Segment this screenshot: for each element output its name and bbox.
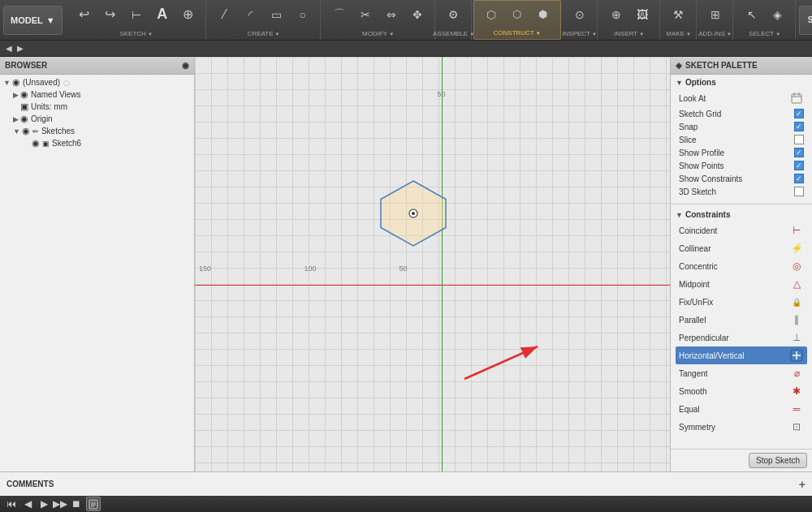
stop-sketch-button[interactable]: STOP SKETCH: [799, 6, 812, 35]
select-group: SELECT▼: [735, 0, 796, 40]
photo-button[interactable]: [630, 4, 654, 25]
tree-icon-sketch6b: ▣: [42, 140, 50, 148]
redo-button[interactable]: [98, 4, 123, 25]
browser-header: BROWSER ◉: [0, 57, 194, 75]
inspect-button[interactable]: [568, 4, 592, 25]
tree-item-unsaved[interactable]: ▼ ◉ (Unsaved) ◌: [0, 76, 194, 88]
palette-midpoint[interactable]: Midpoint: [676, 275, 807, 293]
options-title: ▼ Options: [676, 78, 807, 87]
tree-item-units[interactable]: ▶ ▣ Units: mm: [0, 101, 194, 113]
fix-unfix-icon: [789, 295, 804, 309]
tree-arrow-unsaved[interactable]: ▼: [3, 79, 11, 87]
move-button[interactable]: [405, 4, 430, 25]
canvas-area[interactable]: 150 100 50 50: [195, 57, 670, 471]
palette-tangent[interactable]: Tangent: [676, 364, 807, 382]
palette-equal[interactable]: Equal: [676, 400, 807, 418]
horiz-vert-label: Horizontal/Vertical: [679, 351, 745, 360]
move-icon: [412, 7, 422, 22]
concentric-icon: [789, 259, 804, 273]
3d-sketch-checkbox[interactable]: [794, 187, 804, 196]
palette-smooth[interactable]: Smooth: [676, 382, 807, 400]
text-button[interactable]: [150, 4, 175, 25]
line-button[interactable]: [213, 4, 237, 25]
construct-button[interactable]: [479, 4, 503, 25]
construct-btn2[interactable]: ⬡: [505, 4, 529, 25]
fillet-icon: [334, 6, 345, 22]
coincident-icon: [789, 223, 804, 238]
tree-arrow-named-views[interactable]: ▶: [13, 91, 19, 99]
undo-icon: [79, 6, 89, 22]
orbit-button[interactable]: [176, 4, 201, 25]
show-profile-label: Show Profile: [679, 148, 724, 157]
smooth-icon: [789, 384, 804, 398]
mirror-button[interactable]: [379, 4, 404, 25]
rect-button[interactable]: [265, 4, 289, 25]
trim-button[interactable]: [353, 4, 378, 25]
nav-last-button[interactable]: ⏹: [70, 497, 83, 510]
assemble-button[interactable]: [442, 4, 466, 25]
palette-show-constraints[interactable]: Show Constraints: [676, 172, 807, 185]
palette-perpendicular[interactable]: Perpendicular: [676, 329, 807, 346]
show-profile-checkbox[interactable]: [794, 148, 804, 157]
tree-item-origin[interactable]: ▶ ◉ Origin: [0, 113, 194, 125]
nav-next-button[interactable]: ▶▶: [54, 497, 67, 510]
constraints-arrow[interactable]: ▼: [676, 211, 683, 219]
tree-item-named-views[interactable]: ▶ ◉ Named Views: [0, 88, 194, 101]
comments-icon[interactable]: +: [799, 478, 806, 491]
back-button[interactable]: ◀: [3, 44, 15, 53]
nav-prev-button[interactable]: ◀: [21, 497, 34, 510]
arc-icon: [248, 7, 253, 22]
snap-checkbox[interactable]: [794, 122, 804, 131]
sketch-group: ⊢ SKETCH▼: [67, 0, 206, 40]
browser-toggle[interactable]: ◉: [182, 61, 189, 70]
palette-3d-sketch[interactable]: 3D Sketch: [676, 185, 807, 198]
tree-icon-sketches2: ✏: [32, 127, 39, 136]
status-clipboard-icon[interactable]: [86, 497, 101, 511]
palette-show-points[interactable]: Show Points: [676, 159, 807, 172]
palette-coincident[interactable]: Coincident: [676, 222, 807, 239]
resize-button[interactable]: ⊢: [124, 4, 149, 25]
palette-sketch-grid[interactable]: Sketch Grid: [676, 107, 807, 120]
nav-play-button[interactable]: ▶: [37, 497, 50, 510]
nav-first-button[interactable]: ⏮: [5, 497, 18, 510]
sketch-palette-icon: ◈: [676, 61, 682, 70]
palette-look-at[interactable]: Look At: [676, 89, 807, 107]
sketch-grid-checkbox[interactable]: [794, 109, 804, 118]
insert-button[interactable]: [604, 4, 628, 25]
tree-item-sketch6[interactable]: ▶ ◉ ▣ Sketch6: [0, 137, 194, 149]
render-button[interactable]: [766, 4, 790, 25]
svg-rect-13: [91, 499, 96, 501]
make-button[interactable]: [667, 4, 691, 25]
circle-button[interactable]: [291, 4, 315, 25]
palette-symmetry[interactable]: Symmetry: [676, 418, 807, 436]
tree-arrow-origin[interactable]: ▶: [13, 115, 19, 123]
tree-label-unsaved: (Unsaved): [23, 78, 60, 87]
arc-button[interactable]: [239, 4, 263, 25]
show-constraints-checkbox[interactable]: [794, 174, 804, 183]
fillet-button[interactable]: [327, 4, 352, 25]
construct-icon: [486, 7, 496, 22]
addins-button[interactable]: [703, 4, 728, 25]
palette-collinear[interactable]: Collinear: [676, 239, 807, 257]
options-section: ▼ Options Look At: [671, 75, 812, 201]
stop-sketch-palette-button[interactable]: Stop Sketch: [749, 453, 807, 468]
tree-arrow-sketches[interactable]: ▼: [13, 127, 20, 136]
palette-show-profile[interactable]: Show Profile: [676, 146, 807, 159]
palette-concentric[interactable]: Concentric: [676, 257, 807, 275]
forward-button[interactable]: ▶: [15, 44, 26, 53]
undo-button[interactable]: [72, 4, 97, 25]
palette-parallel[interactable]: Parallel: [676, 311, 807, 329]
palette-horizontal-vertical[interactable]: Horizontal/Vertical: [676, 346, 807, 364]
palette-snap[interactable]: Snap: [676, 120, 807, 133]
select-button[interactable]: [740, 4, 764, 25]
model-button[interactable]: MODEL ▼: [3, 6, 63, 35]
construct-btn3[interactable]: ⬢: [531, 4, 555, 25]
slice-checkbox[interactable]: [794, 135, 804, 144]
palette-fix-unfix[interactable]: Fix/UnFix: [676, 293, 807, 311]
palette-slice[interactable]: Slice: [676, 133, 807, 146]
tree-icon-sketches: ◉: [22, 126, 30, 136]
show-points-checkbox[interactable]: [794, 161, 804, 170]
assemble-icon: [448, 7, 459, 22]
options-arrow[interactable]: ▼: [676, 79, 683, 87]
tree-item-sketches[interactable]: ▼ ◉ ✏ Sketches: [0, 125, 194, 137]
